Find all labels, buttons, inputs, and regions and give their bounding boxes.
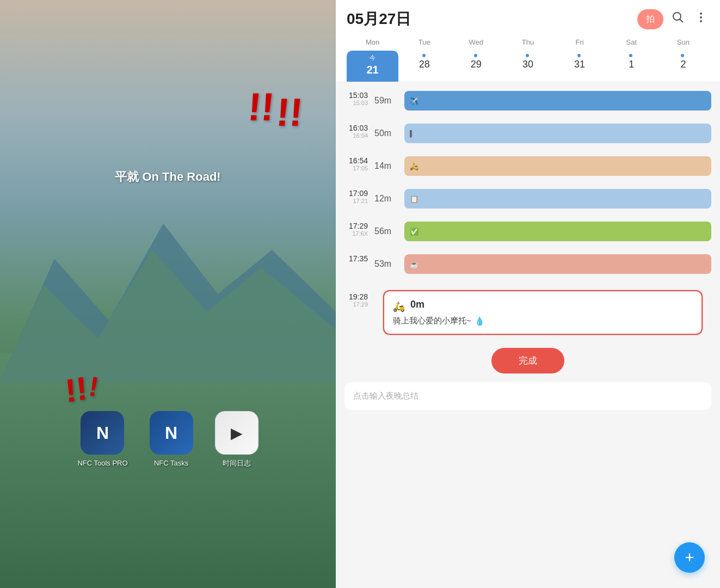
exclamation-top: !! !! bbox=[248, 87, 303, 126]
time-1928: 19:28 bbox=[344, 292, 368, 301]
duration-1709: 12m bbox=[374, 194, 399, 204]
week-calendar: Mon Tue Wed Thu Fri Sat Sun bbox=[347, 36, 709, 51]
duration-1603: 50m bbox=[374, 128, 399, 138]
duration-1503: 59m bbox=[374, 96, 399, 106]
time-1709: 17:09 bbox=[344, 189, 368, 198]
more-button[interactable] bbox=[693, 9, 709, 29]
svg-point-5 bbox=[700, 16, 702, 19]
right-panel: 05月27日 拍 Mon bbox=[336, 0, 720, 588]
time-row-1709: 17:09 17:21 12m 📋 bbox=[336, 186, 720, 218]
time-1729: 17:29 bbox=[344, 222, 368, 230]
svg-line-3 bbox=[680, 19, 683, 22]
time-log-icon: ▶ bbox=[215, 411, 259, 455]
svg-point-4 bbox=[700, 13, 702, 15]
cal-day-1[interactable]: 1 bbox=[606, 51, 657, 82]
event-bar-1709[interactable]: 📋 bbox=[404, 189, 711, 209]
active-duration: 0m bbox=[410, 299, 424, 310]
time-row-1729: 17:29 17:6X 56m ✅ bbox=[336, 218, 720, 251]
time-1503: 15:03 bbox=[344, 91, 368, 100]
duration-1654: 14m bbox=[374, 161, 399, 171]
time-1654: 16:54 bbox=[344, 156, 368, 165]
day-header-tue: Tue bbox=[398, 36, 450, 51]
svg-point-6 bbox=[700, 20, 702, 22]
cal-day-29[interactable]: 29 bbox=[450, 51, 502, 82]
time-log-label: 时间日志 bbox=[223, 459, 251, 468]
duration-1729: 56m bbox=[374, 226, 399, 236]
day-header-mon: Mon bbox=[347, 36, 398, 51]
event-bar-1603[interactable]: ▌ bbox=[404, 124, 711, 143]
done-button[interactable]: 完成 bbox=[491, 348, 564, 373]
nfc-tools-icon: N bbox=[81, 411, 124, 455]
time-1603: 16:03 bbox=[344, 124, 368, 132]
app-icons-row: N NFC Tools PRO N NFC Tasks ▶ 时间日志 bbox=[0, 411, 336, 468]
svg-point-2 bbox=[673, 13, 681, 20]
header-actions: 拍 bbox=[637, 9, 709, 29]
day-header-thu: Thu bbox=[502, 36, 553, 51]
event-bar-1503[interactable]: ✈️ bbox=[404, 91, 711, 111]
active-entry[interactable]: 🛵 0m 骑上我心爱的小摩托~ 💧 bbox=[383, 290, 703, 335]
day-header-wed: Wed bbox=[450, 36, 502, 51]
event-bar-1654[interactable]: 🛵 bbox=[404, 156, 711, 176]
time-row-1503: 15:03 15:03 59m ✈️ bbox=[336, 88, 720, 120]
app-nfc-tools[interactable]: N NFC Tools PRO bbox=[77, 411, 127, 468]
timeline[interactable]: 15:03 15:03 59m ✈️ 16:03 16:04 50m bbox=[336, 82, 720, 588]
header-date: 05月27日 bbox=[347, 9, 411, 29]
fab-add-button[interactable]: + bbox=[674, 542, 705, 573]
time-row-1735: 17:35 53m ☕ bbox=[336, 251, 720, 284]
app-nfc-tasks[interactable]: N NFC Tasks bbox=[150, 411, 193, 468]
nfc-tools-label: NFC Tools PRO bbox=[77, 459, 127, 468]
day-header-sun: Sun bbox=[657, 36, 709, 51]
time-row-1654: 16:54 17:05 14m 🛵 bbox=[336, 153, 720, 186]
time-1735: 17:35 bbox=[344, 254, 368, 263]
week-dates: 今 21 28 29 30 bbox=[347, 51, 709, 82]
day-header-sat: Sat bbox=[606, 36, 657, 51]
nfc-tasks-icon: N bbox=[150, 411, 193, 455]
cal-day-31[interactable]: 31 bbox=[554, 51, 606, 82]
time-row-1928-label: 19:28 17:29 🛵 0m 骑上我心爱的小摩托~ 💧 bbox=[336, 284, 720, 341]
app-time-log[interactable]: ▶ 时间日志 bbox=[215, 411, 259, 468]
event-bar-1729[interactable]: ✅ bbox=[404, 222, 711, 241]
cal-day-21[interactable]: 今 21 bbox=[347, 51, 398, 82]
day-header-fri: Fri bbox=[554, 36, 606, 51]
title-text: 平就 On The Road! bbox=[115, 169, 220, 185]
nfc-tasks-label: NFC Tasks bbox=[154, 459, 188, 468]
cal-day-28[interactable]: 28 bbox=[398, 51, 450, 82]
right-wrapper: 05月27日 拍 Mon bbox=[336, 0, 720, 588]
cal-day-30[interactable]: 30 bbox=[502, 51, 553, 82]
active-note: 骑上我心爱的小摩托~ 💧 bbox=[393, 316, 693, 326]
duration-1735: 53m bbox=[374, 259, 399, 269]
time-row-1603: 16:03 16:04 50m ▌ bbox=[336, 120, 720, 153]
calendar-header: 05月27日 拍 Mon bbox=[336, 0, 720, 82]
night-summary[interactable]: 点击输入夜晚总结 bbox=[344, 382, 711, 410]
exclamation-bottom: !! ! bbox=[65, 371, 98, 408]
done-button-wrap: 完成 bbox=[336, 341, 720, 378]
add-entry-button[interactable]: 拍 bbox=[637, 9, 663, 29]
left-panel: !! !! 平就 On The Road! !! ! N NFC Tools P… bbox=[0, 0, 336, 588]
cal-day-2[interactable]: 2 bbox=[657, 51, 709, 82]
search-button[interactable] bbox=[670, 9, 686, 29]
event-bar-1735[interactable]: ☕ bbox=[404, 254, 711, 274]
